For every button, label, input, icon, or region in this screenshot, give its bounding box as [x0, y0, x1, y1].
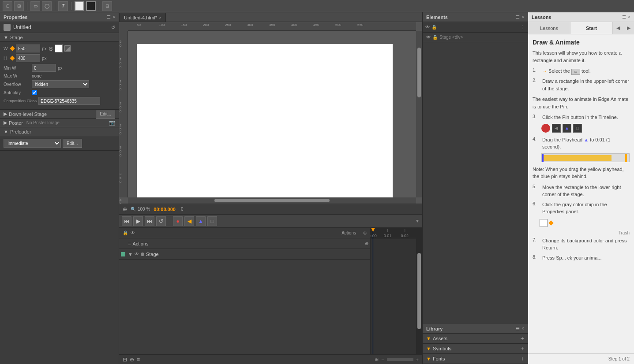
fonts-add-btn[interactable]: +: [521, 355, 524, 362]
toolbar-separator-4: [99, 2, 99, 10]
assets-add-btn[interactable]: +: [521, 335, 524, 342]
height-input[interactable]: [16, 54, 40, 62]
actions-add-btn[interactable]: ⊕: [365, 241, 368, 246]
select-tool-btn[interactable]: ⬡: [3, 1, 12, 11]
lesson-diamond-icon: [548, 220, 553, 225]
preloader-edit-btn[interactable]: Edit...: [63, 139, 82, 148]
timeline-add-track-btn[interactable]: ⊕: [130, 357, 134, 363]
properties-close-icon[interactable]: ×: [113, 15, 115, 19]
elements-options-icon[interactable]: ☰: [516, 15, 520, 19]
ellipse-tool-btn[interactable]: ◯: [42, 1, 52, 11]
lesson-step-6: 6. Click the gray color chip in the Prop…: [533, 201, 630, 215]
zoom-value: 100 %: [138, 207, 150, 212]
timeline-area: ⏮ ▶ ⏭ ↺ ● ◀ ▲ □ ▼ 🔒 👁: [119, 214, 422, 364]
stage-track-arrow[interactable]: ▼: [128, 252, 133, 257]
stroke-color-chip[interactable]: [64, 45, 71, 52]
timeline-options-btn[interactable]: ≡: [137, 357, 140, 363]
timeline-expand-btn[interactable]: ▼: [415, 219, 420, 223]
lesson-white-chip: [540, 219, 548, 227]
elements-lock-icon[interactable]: 🔒: [431, 25, 437, 30]
timeline-resize-icon[interactable]: ⊞: [375, 357, 379, 362]
tab-filename: Untitled-4.html*: [124, 15, 157, 20]
toolbar-separator-2: [55, 2, 55, 10]
lessons-nav-prev-btn[interactable]: ◀: [613, 25, 623, 31]
text-tool-btn[interactable]: T: [58, 1, 68, 11]
elements-stage-item[interactable]: 👁 🔒 Stage <div>: [423, 33, 528, 42]
library-close-icon[interactable]: ×: [521, 326, 524, 331]
timeline-zoom-slider[interactable]: [387, 358, 413, 361]
elements-options-btn[interactable]: ⋮: [521, 25, 525, 30]
stage-v-scrollbar-thumb[interactable]: [417, 48, 421, 97]
fill-black-btn[interactable]: [86, 1, 96, 11]
grid2-tool-btn[interactable]: ⊟: [102, 1, 112, 11]
center-area: Untitled-4.html* × 50 100 150 200 250 30…: [119, 12, 422, 364]
library-options-icon[interactable]: ☰: [516, 326, 520, 331]
assets-section-header[interactable]: ▼ Assets +: [423, 334, 528, 343]
stage-section-header[interactable]: ▼ Stage: [0, 33, 119, 42]
grid-tool-btn[interactable]: ⊞: [14, 1, 24, 11]
stage-item-eye[interactable]: 👁: [426, 35, 431, 40]
lessons-nav-lessons-btn[interactable]: Lessons: [528, 22, 570, 34]
background-color-chip[interactable]: [55, 45, 63, 52]
stage-item-lock[interactable]: 🔒: [432, 35, 438, 40]
timeline-undo-btn[interactable]: ↺: [156, 216, 166, 226]
ruler-h-550: 550: [357, 23, 363, 27]
preloader-section-header[interactable]: ▼ Preloader: [0, 127, 119, 136]
fill-white-btn[interactable]: [75, 1, 84, 11]
timeline-scrollbar-thumb[interactable]: [417, 253, 421, 329]
lessons-nav-next-btn[interactable]: ▶: [623, 25, 634, 31]
down-level-label: Down-level Stage: [9, 111, 47, 117]
playhead[interactable]: [373, 228, 373, 354]
overflow-select[interactable]: hidden visible scroll: [32, 80, 89, 88]
stage-track-eye-icon[interactable]: 👁: [135, 252, 139, 256]
stage-horizontal-scrollbar[interactable]: [128, 197, 416, 204]
min-width-input[interactable]: [32, 64, 56, 72]
stage-h-scrollbar-thumb[interactable]: [214, 199, 330, 202]
refresh-icon[interactable]: ↺: [111, 25, 115, 30]
timeline-pin-red-btn[interactable]: ●: [173, 216, 183, 226]
lessons-panel: Lessons ☰ × Lessons Start ◀ ▶ Draw & Ani…: [528, 12, 634, 364]
elements-eye-icon[interactable]: 👁: [425, 25, 430, 30]
timeline-zoom-in-btn[interactable]: +: [416, 357, 419, 362]
assets-section: ▼ Assets +: [423, 334, 528, 344]
stage-section-arrow: ▼: [4, 35, 8, 40]
add-keyframe-btn[interactable]: ⊕: [123, 206, 127, 212]
step-1-after: tool.: [581, 68, 591, 74]
symbols-section-header[interactable]: ▼ Symbols +: [423, 344, 528, 353]
preloader-select[interactable]: Immediate None Custom: [4, 139, 61, 148]
time-mark-000: 0:00: [371, 234, 377, 238]
timeline-zoom-out-btn[interactable]: −: [381, 357, 384, 362]
tab-close-icon[interactable]: ×: [159, 15, 161, 20]
timeline-filter-btn[interactable]: ⊟: [123, 357, 127, 363]
lessons-options-icon[interactable]: ☰: [622, 15, 626, 19]
autoplay-checkbox[interactable]: [32, 90, 37, 95]
timeline-pin-blue-btn[interactable]: ▲: [196, 216, 206, 226]
timeline-actions-add[interactable]: ⊕: [363, 230, 367, 235]
width-input[interactable]: [16, 45, 40, 52]
lessons-close-icon[interactable]: ×: [628, 15, 630, 19]
fonts-section-header[interactable]: ▼ Fonts +: [423, 354, 528, 364]
composition-name: Untitled: [13, 24, 31, 30]
elements-toolbar: 👁 🔒 ⋮: [423, 22, 528, 33]
active-tab[interactable]: Untitled-4.html* ×: [119, 13, 166, 22]
properties-options-icon[interactable]: ☰: [107, 15, 111, 19]
timeline-preview-yellow-pin: [625, 154, 627, 162]
timeline-goto-start-btn[interactable]: ⏮: [122, 216, 131, 226]
down-level-section-header[interactable]: ▶ Down-level Stage Edit...: [0, 110, 119, 119]
elements-close-icon[interactable]: ×: [521, 15, 524, 19]
timeline-pin-gray-btn[interactable]: □: [207, 216, 217, 226]
timeline-pin-yellow-btn[interactable]: ◀: [184, 216, 194, 226]
timeline-scrollbar[interactable]: [416, 228, 422, 354]
rect-tool-btn[interactable]: ▭: [30, 1, 40, 11]
down-level-edit-btn[interactable]: Edit...: [96, 110, 115, 119]
symbols-add-btn[interactable]: +: [521, 345, 524, 352]
poster-section-header[interactable]: ▶ Poster No Poster Image 📷: [0, 119, 119, 127]
actions-expand-icon[interactable]: ≡: [128, 241, 131, 246]
lessons-nav-start-label: Start: [586, 26, 597, 31]
lessons-nav-start-btn[interactable]: Start: [570, 22, 613, 34]
stage-vertical-scrollbar[interactable]: [416, 31, 422, 197]
timeline-play-btn[interactable]: ▶: [133, 216, 143, 226]
timeline-goto-end-btn[interactable]: ⏭: [145, 216, 154, 226]
poster-camera-icon[interactable]: 📷: [109, 120, 115, 126]
comp-class-input[interactable]: [38, 97, 100, 105]
